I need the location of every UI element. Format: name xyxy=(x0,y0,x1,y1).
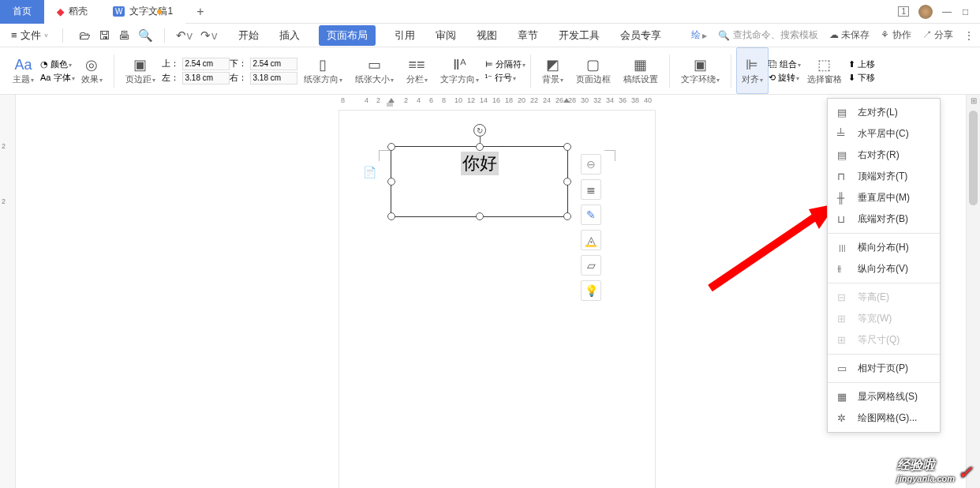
tab-start[interactable]: 开始 xyxy=(237,25,260,46)
more-icon[interactable]: ⋮ xyxy=(964,30,974,41)
search-placeholder: 查找命令、搜索模板 xyxy=(733,28,818,42)
minimize-button[interactable]: — xyxy=(942,6,953,17)
collapse-button[interactable]: ⊖ xyxy=(581,154,601,175)
selpane-group[interactable]: ⬚ 选择窗格 xyxy=(801,47,848,94)
window-count[interactable]: 1 xyxy=(898,6,909,17)
resize-handle[interactable] xyxy=(387,178,395,186)
equal-height: ⊟等高(E) xyxy=(828,287,940,308)
avatar[interactable] xyxy=(918,5,933,19)
tab-dev[interactable]: 开发工具 xyxy=(557,25,601,46)
margin-group[interactable]: ▣ 页边距▾ xyxy=(119,47,162,94)
vertical-scrollbar[interactable]: ⊞ xyxy=(966,95,980,488)
maximize-button[interactable]: □ xyxy=(963,6,974,17)
color-btn[interactable]: ◔ 颜色▾ xyxy=(40,58,75,70)
tab-member[interactable]: 会员专享 xyxy=(619,25,663,46)
bottom-input[interactable] xyxy=(250,58,297,70)
resize-handle[interactable] xyxy=(563,143,571,151)
align-group[interactable]: ⊫ 对齐▾ xyxy=(736,47,769,94)
tab-insert[interactable]: 插入 xyxy=(278,25,301,46)
open-icon[interactable]: 🗁 xyxy=(79,28,91,43)
right-label: 右： xyxy=(230,72,247,84)
search-box[interactable]: 🔍 查找命令、搜索模板 xyxy=(718,28,818,42)
add-tab-button[interactable]: + xyxy=(185,5,215,19)
tab-pagelayout[interactable]: 页面布局 xyxy=(319,25,376,46)
down-btn[interactable]: ⬇ 下移 xyxy=(848,72,875,84)
resize-handle[interactable] xyxy=(563,178,571,186)
size-group[interactable]: ▭ 纸张大小▾ xyxy=(349,47,400,94)
align-bottom[interactable]: ⊔底端对齐(B) xyxy=(828,208,940,230)
bg-group[interactable]: ◩ 背景▾ xyxy=(536,47,570,94)
tab-reference[interactable]: 引用 xyxy=(393,25,417,46)
idea-button[interactable]: 💡 xyxy=(581,280,601,301)
tab-docer[interactable]: ◆ 稻壳 xyxy=(44,0,100,24)
align-center-v[interactable]: ╫垂直居中(M) xyxy=(828,187,940,208)
show-grid[interactable]: ▦显示网格线(S) xyxy=(828,386,940,407)
textdir-group[interactable]: Ⅱᴬ 文字方向▾ xyxy=(434,47,485,94)
options-icon[interactable]: ⊞ xyxy=(968,96,978,107)
orient-group[interactable]: ▯ 纸张方向▾ xyxy=(297,47,349,94)
tab-view[interactable]: 视图 xyxy=(475,25,499,46)
resize-handle[interactable] xyxy=(387,143,395,151)
up-btn[interactable]: ⬆ 上移 xyxy=(848,58,875,70)
lineno-btn[interactable]: ¹⁻ 行号▾ xyxy=(485,72,526,84)
align-center-h[interactable]: ╧水平居中(C) xyxy=(828,123,940,145)
word-icon: W xyxy=(113,6,125,17)
font-btn[interactable]: Aa 字体▾ xyxy=(40,72,75,84)
file-menu[interactable]: ≡ 文件 v xyxy=(6,28,53,43)
theme-group[interactable]: Aa 主题▾ xyxy=(6,47,40,94)
unsaved-dot-icon xyxy=(157,9,162,14)
top-input[interactable] xyxy=(182,58,230,70)
resize-handle[interactable] xyxy=(476,143,484,151)
align-right[interactable]: ▤右对齐(R) xyxy=(828,145,940,166)
margin-inputs-right: 下： 右： xyxy=(230,58,297,84)
paragraph-icon[interactable]: 📄 xyxy=(363,166,376,178)
textdir-icon: Ⅱᴬ xyxy=(453,56,466,73)
margin-corner-icon xyxy=(604,150,615,161)
undo-icon[interactable]: ↶v xyxy=(176,28,193,43)
effect-group[interactable]: ◎ 效果▾ xyxy=(75,47,109,94)
wrap-group[interactable]: ▣ 文字环绕▾ xyxy=(675,47,726,94)
shape-text[interactable]: 你好 xyxy=(461,152,499,175)
tab-section[interactable]: 章节 xyxy=(516,25,540,46)
watermark-sub: jingyanla.com xyxy=(897,474,955,483)
edit-button[interactable]: ✎ xyxy=(581,205,601,225)
resize-handle[interactable] xyxy=(476,212,484,220)
columns-group[interactable]: ≡≡ 分栏▾ xyxy=(400,47,434,94)
rotate-handle[interactable]: ↻ xyxy=(473,124,486,137)
layout-button[interactable]: ≣ xyxy=(581,179,601,200)
separator-btn[interactable]: ⊨ 分隔符▾ xyxy=(485,58,526,70)
save-icon[interactable]: 🖫 xyxy=(99,28,110,43)
tab-document[interactable]: W 文字文稿1 xyxy=(100,0,185,24)
tab-home[interactable]: 首页 xyxy=(0,0,44,24)
tab-review[interactable]: 审阅 xyxy=(434,25,458,46)
left-input[interactable] xyxy=(182,72,230,84)
group-btn[interactable]: ⿻ 组合▾ xyxy=(769,58,801,70)
scroll-thumb[interactable] xyxy=(969,111,978,205)
share-button[interactable]: ↗ 分享 xyxy=(922,28,953,42)
resize-handle[interactable] xyxy=(387,212,395,220)
collab-button[interactable]: ⚘ 协作 xyxy=(881,28,911,42)
theme-sub: ◔ 颜色▾ Aa 字体▾ xyxy=(40,58,75,84)
fill-button[interactable]: ◬ xyxy=(581,230,601,250)
resize-handle[interactable] xyxy=(563,212,571,220)
print-icon[interactable]: 🖶 xyxy=(118,28,130,43)
right-input[interactable] xyxy=(250,72,297,84)
draw-indicator[interactable]: 绘▸ xyxy=(691,28,707,42)
text-box-shape[interactable]: ↻ 你好 xyxy=(391,146,568,217)
distribute-h[interactable]: ⫼横向分布(H) xyxy=(828,237,940,258)
rotate-btn[interactable]: ⟲ 旋转▾ xyxy=(769,72,801,84)
align-left[interactable]: ▤左对齐(L) xyxy=(828,102,940,123)
margin-corner-icon xyxy=(379,150,390,161)
equal-width-icon: ⊞ xyxy=(837,313,850,325)
align-top[interactable]: ⊓顶端对齐(T) xyxy=(828,166,940,187)
distribute-v[interactable]: ⫵纵向分布(V) xyxy=(828,258,940,280)
redo-icon[interactable]: ↷v xyxy=(200,28,218,43)
preview-icon[interactable]: 🔍 xyxy=(138,28,153,43)
file-label: 文件 xyxy=(21,28,41,43)
draw-grid[interactable]: ✲绘图网格(G)... xyxy=(828,407,940,429)
border-group[interactable]: ▢ 页面边框 xyxy=(570,47,617,94)
unsaved-button[interactable]: ☁ 未保存 xyxy=(829,28,870,42)
manuscript-group[interactable]: ▦ 稿纸设置 xyxy=(617,47,664,94)
relative-page[interactable]: ▭相对于页(P) xyxy=(828,358,940,379)
shape-button[interactable]: ▱ xyxy=(581,255,601,276)
